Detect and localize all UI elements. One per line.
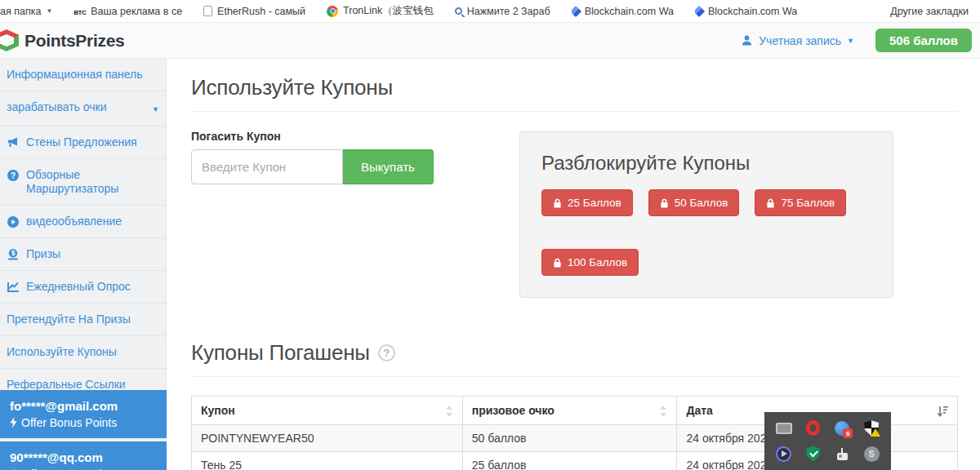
radio-icon[interactable] [828, 441, 858, 468]
cell-points: 50 баллов [462, 425, 677, 452]
cell-coupon: POINTYNEWYEAR50 [192, 425, 463, 452]
sidebar-item-daily-poll[interactable]: Ежедневный Опрос [0, 271, 166, 304]
bookmark-label: EtherRush - самый [217, 6, 305, 17]
column-label: Дата [686, 404, 712, 417]
chart-icon [7, 281, 20, 294]
person-icon [741, 34, 753, 47]
svg-text:$: $ [11, 249, 16, 257]
sidebar-item-dashboard[interactable]: Информационная панель [0, 59, 166, 91]
sort-desc-icon [937, 406, 948, 417]
bookmark-label: Blockchain.com Wa [585, 6, 674, 17]
unlock-button-label: 75 Баллов [781, 197, 835, 209]
cell-coupon: Тень 25 [192, 452, 463, 470]
bookmark-folder[interactable]: ая папка ▼ [0, 6, 52, 17]
sort-both-icon [659, 406, 667, 417]
bookmark-label: ая папка [0, 6, 41, 17]
toast-email: fo*****@gmail.com [10, 397, 157, 415]
system-tray-popup [764, 412, 891, 470]
toast-message: Offer Bonus Points [21, 415, 117, 431]
bonus-toast-gmail[interactable]: fo*****@gmail.com Offer Bonus Points [0, 390, 167, 438]
bookmark-blockchain-2[interactable]: Blockchain.com Wa [695, 6, 797, 17]
toast-message: Offer Bonus Points [21, 466, 117, 470]
bookmark-blockchain-1[interactable]: Blockchain.com Wa [572, 6, 674, 17]
sidebar-item-survey-routers[interactable]: ? Обзорные Маршрутизаторы [0, 159, 166, 206]
sidebar-item-earn-points[interactable]: зарабатывать очки ▼ [0, 91, 166, 126]
question-circle-icon: ? [7, 169, 20, 182]
unlock-button-label: 50 Баллов [675, 197, 728, 209]
cell-points: 25 баллов [462, 452, 677, 470]
unlock-button-label: 25 Баллов [568, 197, 621, 209]
coupon-input[interactable] [191, 149, 343, 184]
bookmark-btc-ad[interactable]: Ваша реклама в се [74, 6, 182, 17]
media-player-icon[interactable] [769, 441, 799, 468]
bookmark-click2earn[interactable]: Нажмите 2 Зараб [455, 6, 550, 17]
column-label: призовое очко [472, 404, 555, 417]
pointsprizes-hexagon-icon [0, 29, 19, 51]
site-header: PointsPrizes Учетная запись ▼ 506 баллов [0, 23, 980, 59]
sidebar-item-offer-walls[interactable]: Стены Предложения [0, 126, 166, 159]
bookmarks-bar: ая папка ▼ Ваша реклама в се EtherRush -… [0, 0, 980, 23]
brand-name: PointsPrizes [24, 31, 124, 51]
sidebar-item-label: Обзорные Маршрутизаторы [26, 168, 159, 196]
unlock-100-button[interactable]: 100 Баллов [541, 249, 639, 276]
bookmark-label: Ваша реклама в се [91, 6, 182, 17]
sidebar-item-label: Претендуйте На Призы [7, 313, 159, 326]
help-icon[interactable] [378, 344, 395, 361]
unlock-75-button[interactable]: 75 Баллов [755, 189, 846, 216]
unlock-coupons-title: Разблокируйте Купоны [541, 152, 871, 175]
unlock-coupons-card: Разблокируйте Купоны 25 Баллов 50 Баллов… [519, 131, 893, 298]
messenger-icon[interactable] [828, 415, 858, 441]
divider [191, 376, 958, 377]
bonus-toast-qq[interactable]: 90*****@qq.com Offer Bonus Points [0, 441, 167, 470]
opera-icon[interactable] [799, 415, 828, 441]
bookmark-label: Нажмите 2 Зараб [467, 6, 550, 17]
toast-email: 90*****@qq.com [10, 449, 157, 466]
lightning-icon [10, 417, 17, 428]
unlock-25-button[interactable]: 25 Баллов [541, 189, 633, 216]
points-balance-badge[interactable]: 506 баллов [875, 29, 972, 52]
account-dropdown[interactable]: Учетная запись ▼ [741, 34, 854, 47]
btc-icon [74, 6, 86, 17]
sidebar-item-label: Используйте Купоны [7, 345, 159, 359]
account-label: Учетная запись [759, 34, 841, 47]
play-circle-icon [7, 215, 20, 228]
chevron-down-icon: ▼ [46, 7, 52, 15]
other-bookmarks-button[interactable]: Другие закладки [890, 6, 969, 17]
antivirus-shield-check-icon[interactable] [799, 441, 828, 468]
bookmark-tronlink[interactable]: TronLink（波宝钱包 [327, 4, 434, 18]
sidebar-item-label: видеообъявление [26, 215, 159, 228]
svg-text:?: ? [11, 171, 16, 180]
chevron-down-icon: ▼ [847, 37, 854, 45]
brand-logo[interactable]: PointsPrizes [0, 29, 124, 51]
page-icon [203, 6, 212, 16]
lock-icon [766, 198, 775, 208]
bookmark-label: TronLink（波宝钱包 [343, 4, 434, 18]
sidebar-item-label: Информационная панель [7, 68, 159, 82]
sidebar-item-label: Призы [26, 247, 159, 261]
sidebar-item-use-coupons[interactable]: Используйте Купоны [0, 336, 166, 369]
chrome-icon [327, 6, 338, 17]
redeem-coupon-label: Погасить Купон [191, 130, 519, 143]
defender-warning-icon[interactable] [857, 415, 886, 441]
sidebar-item-label: Ежедневный Опрос [26, 280, 159, 294]
bookmark-etherrush[interactable]: EtherRush - самый [203, 6, 305, 17]
magnifier-icon [455, 7, 462, 15]
lock-icon [553, 198, 562, 208]
sidebar-item-claim-prizes[interactable]: Претендуйте На Призы [0, 304, 166, 336]
redeem-button[interactable]: Выкупать [343, 149, 434, 184]
display-icon[interactable] [769, 415, 799, 441]
column-header-points[interactable]: призовое очко [462, 397, 677, 425]
lock-icon [660, 198, 669, 208]
bookmark-label: Blockchain.com Wa [708, 6, 797, 17]
coin-icon: $ [7, 248, 20, 261]
sort-both-icon [445, 406, 453, 417]
page-title: Используйте Купоны [191, 75, 958, 100]
sidebar-item-video-ads[interactable]: видеообъявление [0, 206, 166, 238]
column-header-coupon[interactable]: Купон [192, 397, 463, 425]
sidebar-item-prizes[interactable]: $ Призы [0, 238, 166, 271]
unlock-50-button[interactable]: 50 Баллов [648, 189, 740, 216]
blockchain-diamond-icon [572, 6, 581, 17]
chevron-down-icon: ▼ [152, 100, 159, 117]
skype-offline-icon[interactable] [857, 441, 886, 468]
lock-icon [553, 258, 562, 268]
